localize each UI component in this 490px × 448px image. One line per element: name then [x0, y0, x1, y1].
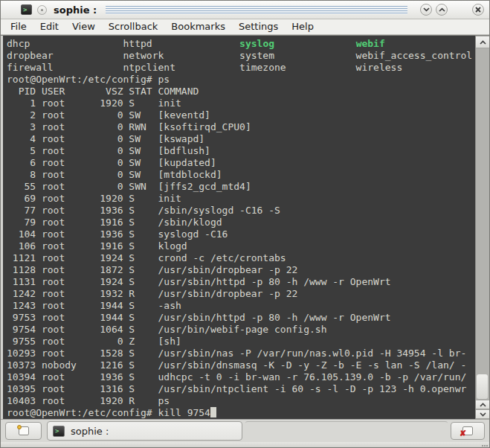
terminal-cursor	[210, 407, 216, 417]
close-x-icon	[475, 7, 481, 13]
close-tab-button[interactable]: ✘	[451, 422, 485, 440]
menu-bookmarks[interactable]: Bookmarks	[164, 19, 232, 35]
maximize-button[interactable]	[436, 4, 448, 16]
terminal-line: 77 root 1936 S /sbin/syslogd -C16 -S	[7, 205, 475, 217]
close-button[interactable]	[472, 4, 484, 16]
terminal-line: root@OpenWrt:/etc/config# ps	[7, 74, 475, 86]
sticky-button[interactable]	[37, 5, 47, 15]
terminal-line: 3 root 0 RWN [ksoftirqd_CPU0]	[7, 121, 475, 133]
scrollbar-up-button-2[interactable]	[476, 400, 489, 409]
tabbar-spacer	[245, 421, 448, 441]
titlebar[interactable]: > sophie :	[1, 1, 489, 19]
menu-view[interactable]: View	[65, 19, 102, 35]
terminal-line: 9754 root 1064 S /usr/bin/webif-page con…	[7, 324, 475, 336]
tab-label: sophie :	[71, 426, 109, 437]
chevron-down-icon	[423, 7, 430, 12]
scrollbar	[475, 36, 489, 419]
terminal-line: 6 root 0 SW [kupdated]	[7, 157, 475, 169]
new-tab-icon	[19, 426, 29, 435]
terminal-line: 106 root 1916 S klogd	[7, 240, 475, 252]
window-bottom-edge	[1, 442, 489, 447]
terminal-app-icon[interactable]: >	[21, 4, 32, 15]
minimize-button[interactable]	[420, 4, 432, 16]
terminal-screen[interactable]: dhcp httpd syslog webifdropbear network …	[1, 36, 475, 419]
terminal-line: root@OpenWrt:/etc/config# kill 9754	[7, 407, 475, 419]
terminal-line: 9753 root 1944 S /usr/sbin/httpd -p 80 -…	[7, 312, 475, 324]
terminal-line: 1242 root 1932 R /usr/sbin/dropbear -p 2…	[7, 288, 475, 300]
tabbar: > sophie : ✘	[1, 419, 489, 442]
terminal-tab-icon: >	[53, 426, 65, 437]
terminal-body: dhcp httpd syslog webifdropbear network …	[1, 35, 489, 419]
chevron-down-icon	[480, 412, 486, 417]
terminal-line: 9755 root 0 Z [sh]	[7, 336, 475, 348]
titlebar-grip-lines	[106, 6, 407, 14]
menu-scrollback[interactable]: Scrollback	[102, 19, 165, 35]
resize-grip[interactable]	[482, 443, 488, 447]
terminal-line: 8 root 0 SW [mtdblockd]	[7, 169, 475, 181]
menu-edit[interactable]: Edit	[33, 19, 65, 35]
menu-file[interactable]: File	[4, 19, 33, 35]
terminal-line: 2 root 0 SW [keventd]	[7, 109, 475, 121]
terminal-line: firewall ntpclient timezone wireless	[7, 62, 475, 74]
terminal-line: PID USER VSZ STAT COMMAND	[7, 86, 475, 97]
terminal-line: 1243 root 1944 S -ash	[7, 300, 475, 312]
terminal-line: 1128 root 1872 S /usr/sbin/dropbear -p 2…	[7, 264, 475, 276]
window-title: sophie :	[54, 4, 97, 16]
scrollbar-track[interactable]	[476, 48, 489, 400]
close-tab-icon: ✘	[462, 426, 473, 435]
menu-settings[interactable]: Settings	[232, 19, 285, 35]
terminal-line: 10293 root 1528 S /usr/sbin/nas -P /var/…	[7, 348, 475, 359]
chevron-up-icon	[439, 7, 445, 12]
terminal-line: dhcp httpd syslog webif	[7, 38, 475, 50]
tab-sophie[interactable]: > sophie :	[47, 421, 242, 441]
terminal-line: 4 root 0 SW [kswapd]	[7, 133, 475, 145]
terminal-line: 1121 root 1924 S crond -c /etc/crontabs	[7, 252, 475, 264]
terminal-line: 10373 nobody 1216 S /usr/sbin/dnsmasq -K…	[7, 359, 475, 371]
menu-help[interactable]: Help	[285, 19, 320, 35]
terminal-line: 55 root 0 SWN [jffs2_gcd_mtd4]	[7, 181, 475, 193]
scrollbar-down-button[interactable]	[476, 409, 489, 419]
terminal-line: 10394 root 1936 S udhcpc -t 0 -i br-wan …	[7, 371, 475, 383]
new-tab-button[interactable]	[5, 422, 42, 440]
terminal-line: 104 root 1936 S syslogd -C16	[7, 228, 475, 240]
menubar: File Edit View Scrollback Bookmarks Sett…	[1, 19, 489, 35]
chevron-up-icon	[480, 403, 486, 407]
terminal-line: 10403 root 1920 R ps	[7, 395, 475, 407]
terminal-line: 69 root 1920 S init	[7, 193, 475, 205]
scrollbar-up-button[interactable]	[476, 36, 489, 48]
terminal-line: 1131 root 1924 S /usr/sbin/httpd -p 80 -…	[7, 276, 475, 288]
chevron-up-icon	[480, 40, 486, 45]
terminal-line: dropbear network system webif_access_con…	[7, 50, 475, 62]
terminal-line: 1 root 1920 S init	[7, 97, 475, 109]
terminal-line: 10395 root 1316 S /usr/sbin/ntpclient -i…	[7, 383, 475, 395]
terminal-line: 79 root 1916 S /sbin/klogd	[7, 217, 475, 228]
scrollbar-thumb[interactable]	[477, 374, 488, 399]
terminal-line: 5 root 0 SW [bdflush]	[7, 145, 475, 157]
konsole-window: > sophie : File Edit View Scrollback Boo…	[0, 0, 490, 448]
